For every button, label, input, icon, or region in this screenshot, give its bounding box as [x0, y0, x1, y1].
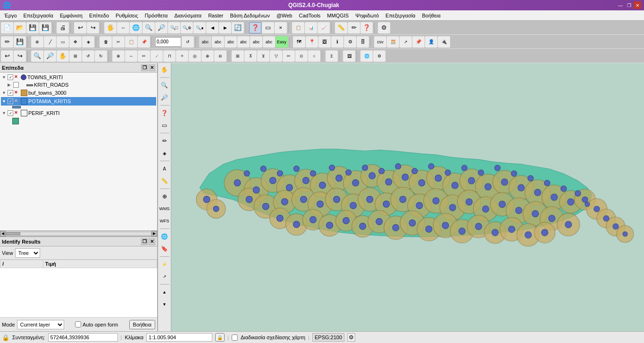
- copy-button[interactable]: 📋: [125, 36, 137, 48]
- route-button[interactable]: ↗: [400, 36, 412, 48]
- redo2-button[interactable]: ↪: [14, 50, 26, 62]
- scale-lock-button[interactable]: 🔒: [215, 333, 225, 342]
- pan-button[interactable]: 🖐: [104, 22, 117, 33]
- map-canvas[interactable]: [171, 63, 644, 331]
- menu-item-[interactable]: Βάση Δεδομένων: [227, 12, 273, 19]
- draw-line-button[interactable]: ╱: [44, 36, 56, 48]
- view-select[interactable]: Tree Table: [15, 248, 40, 258]
- extra-button[interactable]: ⚙: [378, 22, 390, 33]
- annotate2-button[interactable]: Σ: [326, 50, 338, 62]
- georef-button[interactable]: 🗺: [293, 36, 305, 48]
- buf-visibility-checkbox[interactable]: ✓: [8, 90, 13, 96]
- menu-item-[interactable]: Επεξεργασία: [382, 12, 418, 19]
- layer-item-potamia[interactable]: ▼ ✓ ✕ POTAMIA_KRITIS: [1, 97, 156, 106]
- pan-map-button[interactable]: ↔: [117, 22, 129, 33]
- menu-item-[interactable]: Βοήθεια: [418, 12, 443, 19]
- trim-button[interactable]: ✂: [138, 50, 150, 62]
- move-button[interactable]: ✥: [69, 36, 82, 48]
- menu-item-cadtools[interactable]: CadTools: [296, 12, 324, 19]
- open-project-button[interactable]: 📂: [14, 22, 26, 33]
- menu-item-[interactable]: Έργο: [1, 12, 20, 19]
- undo2-button[interactable]: ↩: [1, 50, 13, 62]
- georef2-button[interactable]: 📍: [306, 36, 318, 48]
- menu-item-[interactable]: Ρυθμίσεις: [112, 12, 142, 19]
- delete-button[interactable]: 🗑: [100, 36, 112, 48]
- menu-item-[interactable]: Εμφάνιση: [57, 12, 86, 19]
- menu-item-[interactable]: Επίπεδο: [86, 12, 112, 19]
- vtb-plugin2-button[interactable]: ↗: [159, 271, 170, 282]
- easy-button[interactable]: Easy: [276, 36, 288, 48]
- zoom-in2-button[interactable]: 🔍: [31, 50, 43, 62]
- auto-open-checkbox[interactable]: [75, 321, 81, 327]
- layer-panel-restore-button[interactable]: ❐: [141, 65, 148, 71]
- annotate-button[interactable]: ✏: [348, 22, 360, 33]
- rotate-left-button[interactable]: ↺: [82, 50, 94, 62]
- clipper-button[interactable]: ✂: [283, 50, 295, 62]
- minimize-button[interactable]: —: [617, 1, 624, 9]
- label-btn2[interactable]: abc: [212, 36, 224, 48]
- towns-visibility-checkbox[interactable]: ✓: [8, 74, 13, 80]
- reshape-button[interactable]: ⟡: [176, 50, 188, 62]
- layer-panel-close-button[interactable]: ✕: [149, 65, 155, 71]
- vtb-zoom-in-button[interactable]: 🔍: [159, 80, 170, 91]
- render-checkbox[interactable]: [232, 335, 238, 341]
- zoom-all-button[interactable]: 🔍∎: [193, 22, 206, 33]
- mode-select[interactable]: Current layer Top down Bottom up: [17, 320, 64, 329]
- layer-item-roads[interactable]: ▶ ✕ KRITI_ROADS: [1, 81, 156, 89]
- composer-button[interactable]: 🖼: [343, 50, 355, 62]
- pan2-button[interactable]: ✋: [57, 50, 69, 62]
- vtb-wfs-button[interactable]: WFS: [159, 215, 170, 227]
- calc-button[interactable]: 🧮: [387, 36, 399, 48]
- vtb-node-button[interactable]: ◈: [159, 147, 170, 159]
- zoom-layer-button[interactable]: 🔍⊕: [181, 22, 193, 33]
- vtb-plugin1-button[interactable]: ⚡: [159, 259, 170, 270]
- new-project-button[interactable]: 📄: [1, 22, 13, 33]
- menu-item-web[interactable]: @Web: [273, 12, 296, 19]
- vtb-pan-button[interactable]: ✋: [159, 64, 170, 75]
- save-as-button[interactable]: 💾: [39, 22, 51, 33]
- label-btn4[interactable]: abc: [237, 36, 250, 48]
- photo-button[interactable]: 🖼: [318, 36, 331, 48]
- diff-button[interactable]: ▽: [270, 50, 282, 62]
- union-button[interactable]: ⊻: [257, 50, 269, 62]
- layer-item-perif[interactable]: ▼ ✓ ✕ PERIF_KRITI: [1, 109, 156, 117]
- settings-btn[interactable]: ⚙: [344, 36, 356, 48]
- menu-item-mmqgis[interactable]: MMQGIS: [324, 12, 352, 19]
- menu-item-[interactable]: Ψηφιδωτό: [352, 12, 382, 19]
- menu-item-[interactable]: Διανύσματα: [171, 12, 205, 19]
- merge-button[interactable]: ⊓: [163, 50, 176, 62]
- save-project-button[interactable]: 💾: [26, 22, 39, 33]
- node-button[interactable]: ◈: [82, 36, 94, 48]
- globe-button[interactable]: 🌐: [130, 22, 142, 33]
- perif-visibility-checkbox[interactable]: ✓: [8, 110, 13, 116]
- del-part-button[interactable]: ⊖: [214, 50, 226, 62]
- close-button[interactable]: ✕: [634, 1, 641, 9]
- draw-poly-button[interactable]: ▭: [57, 36, 69, 48]
- refresh-button[interactable]: 🔄: [232, 22, 244, 33]
- vtb-select-button[interactable]: ▭: [159, 120, 170, 131]
- potamia-visibility-checkbox[interactable]: ✓: [8, 98, 13, 104]
- vtb-bookmark-button[interactable]: 🔖: [159, 243, 170, 254]
- vtb-scroll-up-button[interactable]: ▲: [159, 286, 170, 298]
- restore-button[interactable]: ❐: [625, 1, 633, 9]
- zoom-out-button[interactable]: 🔎: [155, 22, 167, 33]
- label-btn3[interactable]: abc: [225, 36, 237, 48]
- vtb-measure-button[interactable]: 📏: [159, 175, 170, 187]
- csv-button[interactable]: csv: [374, 36, 386, 48]
- buffer-button[interactable]: ○: [308, 50, 320, 62]
- identify-button[interactable]: ❓: [249, 22, 261, 33]
- stats-button[interactable]: 📊: [305, 22, 317, 33]
- extent-button[interactable]: ⊞: [69, 50, 82, 62]
- deselect-button[interactable]: ✕: [275, 22, 287, 33]
- edit-pencil-button[interactable]: ✏: [1, 36, 13, 48]
- roads-visibility-checkbox[interactable]: [13, 82, 19, 88]
- db-button[interactable]: 🗄: [357, 36, 369, 48]
- part-button[interactable]: ⊕: [201, 50, 214, 62]
- scroll-right-button[interactable]: ▶: [151, 231, 157, 237]
- layer-item-buf[interactable]: ▼ ✓ ✕ buf_towns_3000: [1, 89, 156, 97]
- zoom-rubber-button[interactable]: 🔍□: [168, 22, 180, 33]
- rotate-right-button[interactable]: ↻: [95, 50, 107, 62]
- plugin-btn[interactable]: 🔌: [438, 36, 450, 48]
- pin-button[interactable]: 📌: [412, 36, 425, 48]
- split-button[interactable]: ⟋: [151, 50, 163, 62]
